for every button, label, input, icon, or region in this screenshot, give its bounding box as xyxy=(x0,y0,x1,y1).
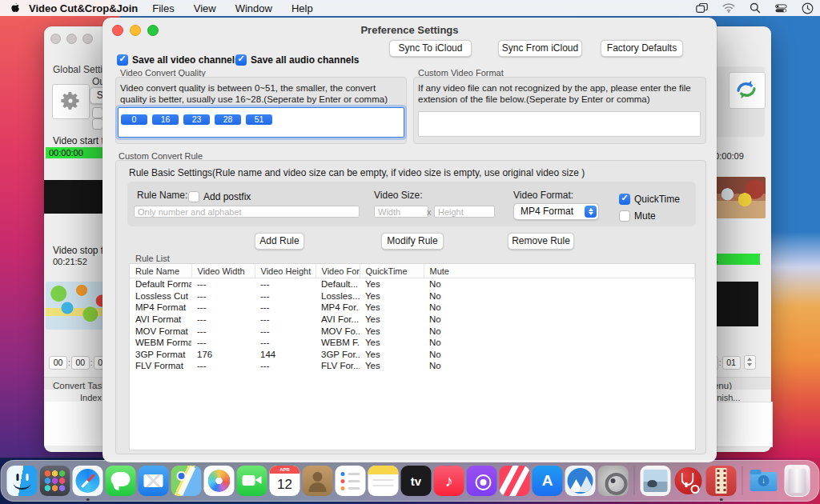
table-row[interactable]: Lossless Cut------Lossles...YesNo xyxy=(130,290,695,302)
minimize-button[interactable] xyxy=(66,34,77,44)
dock-notes-icon[interactable] xyxy=(368,466,399,496)
mute-checkbox[interactable]: Mute xyxy=(619,208,656,222)
factory-defaults-button[interactable]: Factory Defaults xyxy=(601,40,683,57)
table-row[interactable]: MP4 Format------MP4 For...YesNo xyxy=(130,302,695,314)
column-header[interactable]: QuickTime xyxy=(360,264,424,278)
dock-mountain-app-icon[interactable] xyxy=(565,466,596,496)
video-thumbnail-cartoon[interactable] xyxy=(711,177,766,218)
dock-facetime-icon[interactable] xyxy=(237,466,267,496)
table-row[interactable]: AVI Format------AVI For...YesNo xyxy=(130,314,695,326)
modify-rule-button[interactable]: Modify Rule xyxy=(381,233,444,250)
table-row[interactable]: WEBM Format------WEBM F...YesNo xyxy=(130,337,695,349)
remove-rule-button[interactable]: Remove Rule xyxy=(508,233,574,250)
dock-downloads-folder-icon[interactable]: ↓ xyxy=(749,466,779,496)
clock-icon[interactable] xyxy=(802,2,814,14)
checkbox-box[interactable] xyxy=(117,54,128,66)
dock-appstore-icon[interactable]: A xyxy=(533,466,563,496)
dock-photo-app-icon[interactable] xyxy=(641,466,671,496)
custom-format-input[interactable] xyxy=(418,111,701,137)
close-button[interactable] xyxy=(50,34,61,44)
dock-contacts-icon[interactable] xyxy=(303,466,333,496)
add-rule-button[interactable]: Add Rule xyxy=(255,233,304,250)
table-cell: MP4 For... xyxy=(316,302,360,314)
dock-maps-icon[interactable] xyxy=(171,466,202,496)
format-description: If any video file can not recognized by … xyxy=(418,82,700,105)
dock-messages-icon[interactable] xyxy=(106,466,136,496)
dock-podcasts-icon[interactable] xyxy=(467,466,497,496)
column-header[interactable]: Rule Name xyxy=(130,264,191,278)
table-row[interactable]: FLV Format------FLV For...YesNo xyxy=(130,360,695,372)
quality-tag[interactable]: 23 xyxy=(183,114,210,125)
quality-tag[interactable]: 0 xyxy=(121,114,147,125)
table-cell: MP4 Format xyxy=(130,302,191,314)
add-postfix-checkbox[interactable]: Add postfix xyxy=(188,189,251,203)
checkbox-box[interactable] xyxy=(619,210,630,222)
zoom-button[interactable] xyxy=(82,34,93,44)
sync-from-icloud-button[interactable]: Sync From iCloud xyxy=(498,40,582,57)
checkbox-box[interactable] xyxy=(188,191,199,202)
time-stepper-control[interactable] xyxy=(744,355,756,370)
rule-name-label: Rule Name: xyxy=(137,190,187,201)
table-cell: WEBM F... xyxy=(316,337,360,349)
dock-music-icon[interactable]: ♪ xyxy=(434,466,464,496)
column-header[interactable]: Video For... xyxy=(316,264,360,278)
menu-app-name[interactable]: Video Cut&Crop&Join xyxy=(29,2,138,14)
table-row[interactable]: Default Format------Default...YesNo xyxy=(130,278,695,290)
seconds-field[interactable]: 01 xyxy=(722,356,741,370)
dock-mail-icon[interactable] xyxy=(139,466,169,496)
search-icon[interactable] xyxy=(750,2,761,14)
dock-system-preferences-icon[interactable] xyxy=(598,466,629,496)
table-row[interactable]: 3GP Format1761443GP For...YesNo xyxy=(130,349,695,361)
dock-calendar-icon[interactable]: APR 12 xyxy=(270,466,300,496)
table-cell: Yes xyxy=(360,278,424,290)
checkbox-box[interactable] xyxy=(619,194,630,205)
dock-reminders-icon[interactable] xyxy=(336,466,366,496)
table-row[interactable]: MOV Format------MOV Fo...YesNo xyxy=(130,325,695,337)
table-cell: --- xyxy=(255,290,316,302)
checkbox-label: Save all video channels xyxy=(132,54,240,66)
selected-value: MP4 Format xyxy=(521,206,573,217)
dock-photos-icon[interactable] xyxy=(204,466,235,496)
settings-gear-button[interactable] xyxy=(52,84,90,119)
width-input[interactable] xyxy=(374,206,428,218)
table-cell: Default... xyxy=(316,278,360,290)
dock-finder-icon[interactable] xyxy=(7,466,38,496)
menu-view[interactable]: View xyxy=(194,2,216,14)
displays-icon[interactable] xyxy=(696,3,708,14)
apple-menu-icon[interactable] xyxy=(10,2,21,14)
video-format-select[interactable]: MP4 Format xyxy=(513,203,599,220)
menu-help[interactable]: Help xyxy=(291,2,313,14)
quality-tag[interactable]: 51 xyxy=(246,114,272,125)
height-input[interactable] xyxy=(434,206,495,218)
minutes-field[interactable]: 00 xyxy=(71,356,90,370)
sync-to-icloud-button[interactable]: Sync To iCloud xyxy=(389,40,472,57)
checkbox-box[interactable] xyxy=(92,118,103,130)
dock-safari-icon[interactable] xyxy=(73,466,103,496)
menu-files[interactable]: Files xyxy=(152,2,174,14)
convert-button[interactable] xyxy=(729,72,766,109)
rule-list-table[interactable]: Rule Name Video Width Video Height Video… xyxy=(129,263,696,450)
checkbox-box[interactable] xyxy=(235,54,247,66)
control-center-icon[interactable] xyxy=(775,4,787,13)
menu-window[interactable]: Window xyxy=(235,2,272,14)
rule-name-input[interactable] xyxy=(134,206,360,218)
dock-news-icon[interactable] xyxy=(500,466,530,496)
save-video-checkbox[interactable]: Save all video channels xyxy=(117,52,240,66)
column-header[interactable]: Video Height xyxy=(255,264,316,278)
dock-launchpad-icon[interactable] xyxy=(40,466,70,496)
dock-trash-icon[interactable] xyxy=(785,465,810,497)
save-audio-checkbox[interactable]: Save all audio channels xyxy=(235,52,359,66)
quality-tags-field[interactable]: 016232851 xyxy=(118,107,404,138)
column-header[interactable]: Mute xyxy=(424,264,695,278)
quicktime-checkbox[interactable]: QuickTime xyxy=(619,191,680,206)
column-header[interactable]: Video Width xyxy=(191,264,255,278)
table-cell: Yes xyxy=(360,360,424,372)
quality-tag[interactable]: 28 xyxy=(215,114,241,125)
dock-stethoscope-app-icon[interactable] xyxy=(673,466,704,496)
quality-tag[interactable]: 16 xyxy=(152,114,179,125)
dock-video-app-icon[interactable] xyxy=(706,466,737,496)
window-controls[interactable] xyxy=(50,33,98,47)
wifi-icon[interactable] xyxy=(722,3,735,13)
hours-field[interactable]: 00 xyxy=(49,356,67,370)
dock-tv-icon[interactable]: tv xyxy=(401,466,432,496)
